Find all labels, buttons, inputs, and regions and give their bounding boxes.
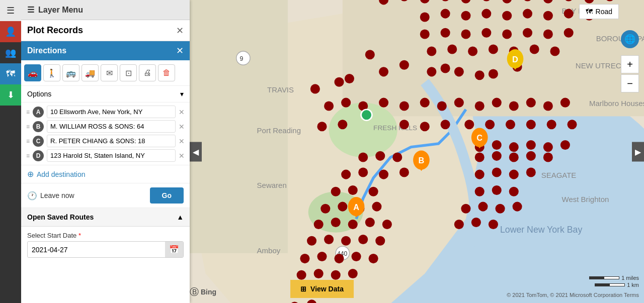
transport-print-button[interactable]: 🖨 [139, 64, 156, 81]
layer-menu-icon: ☰ [27, 5, 34, 15]
scale-miles: 1 miles [621, 275, 639, 281]
transport-email-button[interactable]: ✉ [101, 64, 118, 81]
sidebar-icon-layers[interactable]: ☰ [0, 0, 21, 21]
transport-walk-button[interactable]: 🚶 [43, 64, 60, 81]
date-input[interactable] [28, 243, 165, 257]
waypoint-d-remove-button[interactable]: ✕ [179, 152, 185, 160]
svg-point-128 [526, 140, 536, 150]
svg-point-107 [454, 98, 464, 108]
svg-point-158 [478, 202, 488, 212]
svg-point-178 [369, 254, 378, 263]
panel: ☰ Layer Menu Plot Records ✕ Directions ✕… [21, 0, 190, 303]
svg-point-132 [375, 151, 385, 161]
svg-point-70 [543, 11, 553, 21]
svg-point-121 [506, 120, 515, 129]
svg-point-73 [420, 29, 430, 39]
svg-text:A: A [353, 203, 359, 212]
waypoint-b-handle[interactable]: ≡ [26, 123, 30, 130]
map-icon: 🗺 [6, 69, 15, 79]
svg-point-64 [420, 12, 430, 22]
waypoint-c-handle[interactable]: ≡ [26, 138, 30, 145]
svg-text:FRESH KILLS: FRESH KILLS [373, 124, 417, 132]
add-destination-row[interactable]: ⊕ Add destination [21, 165, 190, 183]
table-icon: ⊞ [300, 285, 306, 293]
waypoint-d-handle[interactable]: ≡ [26, 152, 30, 159]
svg-point-171 [341, 236, 351, 246]
date-input-row: 📅 [27, 241, 184, 258]
svg-point-104 [399, 101, 409, 111]
transport-transit-button[interactable]: 🚌 [62, 64, 79, 81]
svg-point-131 [358, 153, 368, 162]
transport-share-button[interactable]: ⊡ [120, 64, 137, 81]
map-collapse-right-button[interactable]: ▶ [632, 142, 644, 161]
calendar-button[interactable]: 📅 [165, 242, 183, 257]
svg-point-103 [379, 98, 388, 108]
person-icon: 👤 [5, 26, 16, 37]
svg-point-111 [526, 98, 536, 108]
view-data-button[interactable]: ⊞ View Data [290, 280, 354, 298]
required-asterisk: * [78, 232, 81, 239]
svg-point-179 [297, 270, 306, 280]
svg-point-115 [338, 120, 347, 129]
svg-point-118 [441, 120, 450, 129]
svg-point-149 [369, 187, 378, 196]
svg-point-176 [335, 254, 344, 263]
svg-text:Lower New York Bay: Lower New York Bay [500, 225, 582, 235]
map-collapse-left-button[interactable]: ◀ [190, 142, 202, 161]
svg-point-165 [382, 220, 392, 229]
waypoint-a-input[interactable] [47, 106, 176, 118]
svg-text:Marlboro Houses: Marlboro Houses [589, 99, 644, 108]
svg-point-181 [331, 270, 341, 280]
sidebar-icon-map[interactable]: 🗺 [0, 63, 21, 84]
sidebar-icon-download[interactable]: ⬇ [0, 84, 21, 106]
svg-point-159 [496, 204, 505, 214]
sidebar-icon-users[interactable]: 👥 [0, 42, 21, 63]
svg-point-80 [564, 28, 574, 38]
waypoint-c-row: ≡ C ✕ [26, 135, 185, 147]
road-view-button[interactable]: 🗺 Road [579, 4, 619, 19]
svg-point-163 [348, 220, 358, 229]
waypoint-d-input[interactable] [47, 149, 176, 162]
zoom-out-button[interactable]: − [621, 74, 639, 92]
directions-close-button[interactable]: ✕ [176, 46, 184, 55]
svg-point-122 [526, 120, 536, 129]
svg-point-133 [392, 153, 402, 162]
waypoint-b-remove-button[interactable]: ✕ [179, 123, 185, 131]
globe-button[interactable]: 🌐 [621, 30, 639, 48]
directions-header: Directions ✕ [21, 41, 190, 60]
sidebar-icon-person[interactable]: 👤 [0, 21, 21, 42]
leave-now-label[interactable]: Leave now [40, 191, 74, 199]
svg-point-95 [441, 64, 450, 73]
svg-text:Sewaren: Sewaren [257, 181, 287, 189]
options-chevron-icon: ▾ [180, 90, 184, 98]
transport-car-button[interactable]: 🚗 [24, 64, 41, 81]
waypoint-b-label: B [33, 121, 44, 132]
svg-point-164 [365, 218, 375, 227]
transport-delete-button[interactable]: 🗑 [158, 64, 175, 81]
zoom-in-button[interactable]: + [621, 55, 639, 73]
go-button[interactable]: Go [150, 187, 184, 204]
svg-point-84 [489, 44, 498, 54]
waypoint-a-remove-button[interactable]: ✕ [179, 108, 185, 116]
saved-routes-label: Open Saved Routes [27, 213, 94, 221]
waypoint-c-remove-button[interactable]: ✕ [179, 137, 185, 145]
svg-point-75 [461, 29, 470, 39]
svg-point-127 [509, 142, 519, 152]
layers-icon: ☰ [7, 5, 15, 16]
waypoint-b-input[interactable] [47, 120, 176, 133]
zoom-controls: + − [621, 55, 639, 92]
plot-records-close-button[interactable]: ✕ [176, 26, 184, 35]
svg-point-161 [314, 220, 324, 229]
svg-point-105 [420, 98, 430, 108]
waypoint-c-input[interactable] [47, 135, 176, 147]
svg-text:Linden: Linden [257, 0, 280, 2]
svg-point-142 [399, 168, 409, 177]
svg-point-151 [492, 185, 502, 195]
saved-routes-header[interactable]: Open Saved Routes ▲ [21, 208, 190, 227]
svg-point-83 [468, 46, 477, 56]
options-row[interactable]: Options ▾ [21, 86, 190, 103]
transport-truck-button[interactable]: 🚚 [82, 64, 99, 81]
svg-point-94 [427, 67, 436, 76]
waypoint-a-handle[interactable]: ≡ [26, 109, 30, 116]
globe-icon: 🌐 [624, 34, 635, 45]
